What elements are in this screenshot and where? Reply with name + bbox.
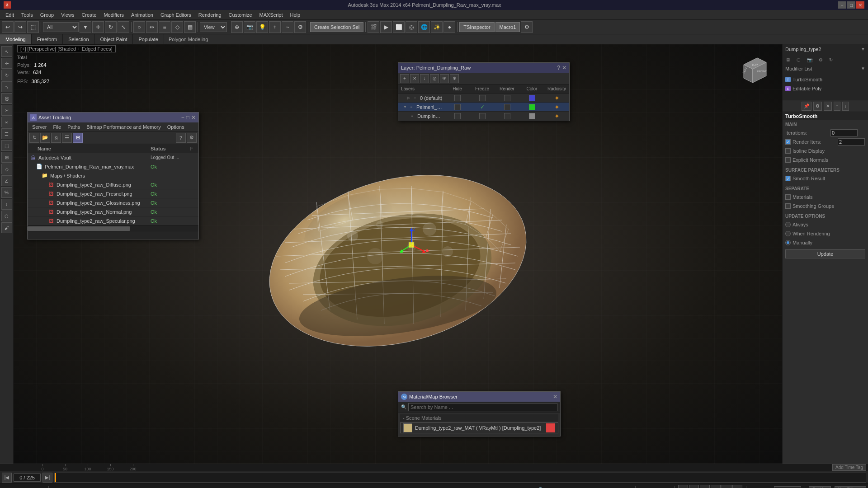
menu-create[interactable]: Create <box>78 11 100 19</box>
snap-btn[interactable]: ◇ <box>171 21 183 33</box>
spinner-snap-btn[interactable]: ↕ <box>1 199 12 210</box>
render-frame-btn[interactable]: ⬜ <box>393 21 405 33</box>
timeline-next-btn[interactable]: ▶| <box>42 473 52 483</box>
layer-row-pelmeni[interactable]: ▼ ≡ Pelmeni_Dumpling_Raw ✓ ✦ <box>398 103 569 112</box>
ap-help-btn[interactable]: ? <box>176 133 186 143</box>
rp-arrow-down[interactable]: ▼ <box>861 47 865 52</box>
menu-customize[interactable]: Customize <box>225 11 256 19</box>
layer-0-color[interactable] <box>519 95 544 101</box>
rp-tab-display[interactable]: 🖥 <box>783 56 793 64</box>
navigate-btn[interactable]: ⊕ <box>231 21 243 33</box>
material-editor-btn[interactable]: ◎ <box>406 21 417 33</box>
space-warp-btn[interactable]: ~ <box>282 21 293 33</box>
layer-0-render[interactable] <box>495 95 519 101</box>
scale-tool-btn[interactable]: ⤡ <box>1 81 12 92</box>
asset-scrollbar-horizontal[interactable] <box>28 225 198 231</box>
asset-row-maxfile[interactable]: 📄 Pelmeni_Dumpling_Raw_max_vray.max Ok <box>28 162 198 171</box>
layer-2-color[interactable] <box>519 113 544 119</box>
percent-snap-btn[interactable]: % <box>1 187 12 198</box>
select-button[interactable]: ⬚ <box>27 21 39 33</box>
layer-0-hide[interactable] <box>445 95 470 101</box>
macro1-button[interactable]: Macro1 <box>495 22 520 32</box>
tab-object-paint[interactable]: Object Paint <box>95 34 133 44</box>
mat-item-dumpling[interactable]: Dumpling_type2_raw_MAT ( VRayMtl ) [Dump… <box>400 422 558 433</box>
rp-iterations-input[interactable] <box>830 129 858 136</box>
pb-play-btn[interactable]: ▶ <box>700 485 710 488</box>
asset-row-maps-folder[interactable]: 📁 Maps / Shaders <box>28 171 198 180</box>
close-button[interactable]: ✕ <box>856 1 864 9</box>
layer-0-radiosity[interactable]: ✦ <box>544 94 569 102</box>
timeline-track[interactable] <box>54 473 866 483</box>
select-filter-btn[interactable]: ▼ <box>80 21 91 33</box>
asset-panel-close[interactable]: ✕ <box>191 114 196 121</box>
tab-populate[interactable]: Populate <box>133 34 164 44</box>
create-selection-button[interactable]: Create Selection Sel <box>310 22 363 32</box>
render-env-btn[interactable]: 🌐 <box>418 21 430 33</box>
ap-refresh-btn[interactable]: ↻ <box>29 133 39 143</box>
navigation-cube[interactable]: TOP LEFT FRONT <box>737 53 773 89</box>
align-btn[interactable]: ≡ <box>159 21 170 33</box>
menu-modifiers[interactable]: Modifiers <box>100 11 127 19</box>
layer-1-color[interactable] <box>519 104 544 110</box>
menu-group[interactable]: Group <box>37 11 58 19</box>
layer-2-radiosity[interactable]: ✦ <box>544 113 569 120</box>
layer-1-render[interactable] <box>495 104 519 110</box>
system-btn[interactable]: ⚙ <box>294 21 306 33</box>
menu-graph-editors[interactable]: Graph Editors <box>157 11 195 19</box>
extra-tools-btn[interactable]: ⚙ <box>521 21 533 33</box>
layer-btn[interactable]: ▤ <box>184 21 196 33</box>
layer-2-render[interactable] <box>495 113 519 119</box>
rp-mod-move-down-btn[interactable]: ↓ <box>842 102 849 111</box>
rp-manually-radio[interactable] <box>785 240 791 245</box>
asset-row-fresnel[interactable]: 🖼 Dumpling_type2_raw_Fresnel.png Ok <box>28 189 198 198</box>
tab-selection[interactable]: Selection <box>63 34 94 44</box>
asset-row-vault[interactable]: 🏛 Autodesk Vault Logged Out ... <box>28 153 198 162</box>
layer-add-sel-btn[interactable]: ↓ <box>420 74 429 83</box>
layer-1-freeze[interactable]: ✓ <box>470 104 495 110</box>
menu-views[interactable]: Views <box>57 11 78 19</box>
layer-1-radiosity[interactable]: ✦ <box>544 103 569 111</box>
ap-menu-bitmap[interactable]: Bitmap Performance and Memory <box>84 124 163 130</box>
rp-turbosmooth-header[interactable]: TurboSmooth <box>783 112 868 120</box>
asset-col-name[interactable]: Name <box>35 146 149 151</box>
view-dropdown[interactable]: View <box>200 22 227 32</box>
select-by-name-btn[interactable]: ☰ <box>1 128 12 139</box>
menu-maxscript[interactable]: MAXScript <box>256 11 287 19</box>
add-time-tag-button[interactable]: Add Time Tag <box>832 464 866 471</box>
mat-search-input[interactable] <box>408 403 557 411</box>
ap-list-view-btn[interactable]: ☰ <box>62 133 72 143</box>
mat-browser-close[interactable]: ✕ <box>553 394 557 400</box>
rp-smoothing-groups-checkbox[interactable] <box>785 203 791 209</box>
layer-2-hide[interactable] <box>445 113 470 119</box>
render-btn[interactable]: ▶ <box>380 21 392 33</box>
bind-warp-btn[interactable]: ∞ <box>1 117 12 127</box>
asset-row-specular[interactable]: 🖼 Dumpling_type2_raw_Specular.png Ok <box>28 216 198 225</box>
select-tool-btn[interactable]: ↖ <box>1 46 12 57</box>
asset-row-normal[interactable]: 🖼 Dumpling_type2_raw_Normal.png Ok <box>28 207 198 216</box>
ap-menu-file[interactable]: File <box>50 124 64 130</box>
ap-copy-btn[interactable]: ⎘ <box>51 133 61 143</box>
rp-smooth-result-checkbox[interactable]: ✓ <box>785 176 791 181</box>
rotate-button[interactable]: ↻ <box>105 21 117 33</box>
ap-menu-paths[interactable]: Paths <box>65 124 83 130</box>
layer-panel-help[interactable]: ? <box>557 65 560 71</box>
asset-panel-restore[interactable]: □ <box>186 114 189 121</box>
rp-modifier-editable-poly[interactable]: E Editable Poly <box>783 84 868 93</box>
rp-tab-shape[interactable]: ⬡ <box>793 56 804 64</box>
link-tool-btn[interactable]: ⛓ <box>1 93 12 104</box>
ap-browse-btn[interactable]: 📂 <box>40 133 50 143</box>
scale-button[interactable]: ⤡ <box>118 21 129 33</box>
restore-button[interactable]: □ <box>847 1 855 9</box>
unlink-tool-btn[interactable]: ✂ <box>1 105 12 116</box>
rp-explicit-normals-checkbox[interactable] <box>785 157 791 163</box>
rp-mod-move-up-btn[interactable]: ↑ <box>834 102 840 111</box>
minimize-button[interactable]: − <box>838 1 846 9</box>
pb-prev-frame-btn[interactable]: ◀ <box>689 485 699 488</box>
rp-tab-motion[interactable]: ↻ <box>826 56 836 64</box>
render-setup-btn[interactable]: 🎬 <box>368 21 379 33</box>
move-tool-btn[interactable]: ✛ <box>1 58 12 69</box>
pb-rewind-btn[interactable]: ◀◀ <box>678 485 688 488</box>
crossing-btn[interactable]: ⊞ <box>1 152 12 163</box>
rp-modifier-list-arrow[interactable]: ▼ <box>861 66 865 71</box>
menu-animation[interactable]: Animation <box>127 11 157 19</box>
